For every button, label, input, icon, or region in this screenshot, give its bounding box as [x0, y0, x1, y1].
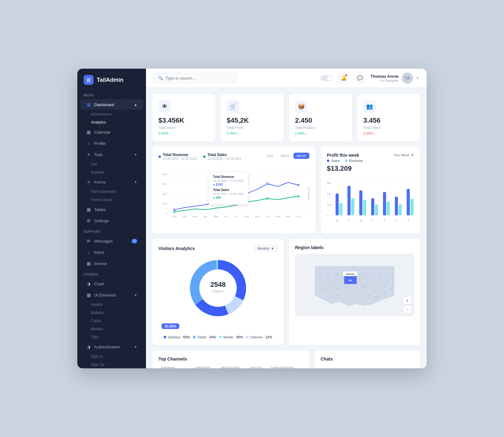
sidebar-item-settings[interactable]: ⚙ Settings: [80, 215, 143, 226]
stat-icon-product: 📦: [295, 100, 308, 113]
desktop-dot: [164, 336, 166, 338]
visitors-card: Visitors Analytics Monthly ▼: [152, 239, 284, 345]
us-map-svg: Nebraska NE WA MT ND OR ID MN WI: [295, 254, 414, 316]
header: 🔍 🔔 💬 Thomas Anree Ux Designer TA ▼: [146, 69, 427, 88]
sidebar-item-inbox[interactable]: ↓ Inbox: [80, 247, 143, 258]
sidebar-subitem-kanban[interactable]: Kanban: [77, 168, 146, 176]
monthly-filter[interactable]: Monthly ▼: [254, 245, 278, 252]
messages-icon: ✉: [86, 238, 91, 243]
sidebar-item-dashboard[interactable]: ▦ Dashboard ▲: [80, 99, 143, 110]
map-area: Nebraska NE WA MT ND OR ID MN WI: [295, 254, 414, 316]
desktop-value: 65%: [183, 335, 190, 339]
tooltip-sales-title: Total Sales: [213, 188, 244, 192]
sidebar-subitem-sign-in[interactable]: Sign In: [77, 352, 146, 361]
svg-text:100: 100: [162, 202, 167, 205]
sidebar-item-messages[interactable]: ✉ Messages 5: [80, 236, 143, 246]
sidebar-subitem-tabs[interactable]: Tabs: [77, 333, 146, 341]
content: 👁 $3.456K Total views 0.43% ↑ 🛒 $45,2K T…: [146, 88, 427, 368]
desktop-label: Desktop: [168, 335, 180, 339]
sidebar-item-authentication[interactable]: ◑ Authentication ▼: [80, 341, 143, 352]
svg-text:F: F: [384, 219, 385, 222]
svg-text:TX: TX: [346, 298, 348, 300]
sidebar-subitem-alearts[interactable]: Alearts: [77, 301, 146, 309]
sidebar-item-invoice[interactable]: ▦ Invoice: [80, 258, 143, 269]
profit-legend-revenue: Revenue: [345, 159, 363, 163]
vis-legend-unknow: Unknow 12%: [246, 335, 272, 339]
sidebar-subitem-form-layout[interactable]: Form Layout: [77, 196, 146, 204]
map-controls: + −: [404, 297, 411, 313]
svg-text:Jan: Jan: [172, 215, 177, 218]
svg-text:OR: OR: [321, 282, 324, 283]
sidebar-subitem-sign-up[interactable]: Sign Up: [77, 361, 146, 368]
profit-sales-dot: [327, 160, 329, 162]
sidebar-item-calendar[interactable]: ▦ Calendar: [80, 127, 143, 137]
profit-title: Profit this week: [327, 153, 359, 158]
sidebar-item-tables[interactable]: ▦ Tables: [80, 204, 143, 215]
revenue-chart-card: Total Revenue 12.04.2022 - 12.05.2022 To…: [152, 146, 316, 234]
main-area: 🔍 🔔 💬 Thomas Anree Ux Designer TA ▼: [146, 69, 427, 368]
user-info[interactable]: Thomas Anree Ux Designer TA ▼: [371, 72, 419, 84]
mobile-dot: [219, 336, 222, 338]
period-week-button[interactable]: Week: [278, 153, 293, 159]
sidebar-subitem-cards[interactable]: Cards: [77, 317, 146, 325]
sidebar-subitem-modals[interactable]: Modals: [77, 325, 146, 333]
col-visitors: VISITORS: [192, 366, 219, 368]
dashboard-icon: ▦: [86, 102, 91, 107]
support-label: SUPPORT: [77, 226, 146, 235]
svg-text:Nebraska: Nebraska: [346, 273, 355, 275]
sidebar-item-chart[interactable]: ◑ Chart: [80, 278, 143, 289]
sidebar-subitem-buttons[interactable]: Buttons: [77, 309, 146, 317]
logo-icon: |||: [84, 75, 94, 85]
chart-icon: ◑: [86, 281, 91, 286]
donut-chart: 2548 Visitors: [187, 257, 249, 319]
chart-legends: Total Revenue 12.04.2022 - 12.05.2022 To…: [158, 153, 241, 160]
theme-toggle[interactable]: [321, 75, 333, 81]
svg-text:Total Revenue: Total Revenue: [308, 186, 309, 201]
donut-badge: 20.93%: [162, 323, 179, 329]
svg-text:NY: NY: [386, 280, 388, 281]
svg-text:May: May: [213, 215, 218, 218]
legend-sales-label: Total Sales 12.04.2022 - 12.05.2022: [207, 153, 241, 160]
sidebar-item-profile[interactable]: ○ Profile: [80, 138, 143, 149]
search-box[interactable]: 🔍: [153, 73, 237, 83]
svg-text:400: 400: [162, 173, 167, 176]
logo-text: TailAdmin: [97, 77, 124, 83]
unknow-dot: [246, 336, 249, 338]
sidebar-item-label: Task: [94, 152, 103, 157]
sidebar-item-task[interactable]: ≡ Task ▼: [80, 149, 143, 160]
stat-change-profit: 4.35% ↑: [227, 131, 278, 135]
this-week-button[interactable]: This Week ▼: [393, 153, 414, 157]
search-input[interactable]: [166, 76, 232, 81]
sidebar-subitem-form-elements[interactable]: Form Elements: [77, 188, 146, 196]
sidebar-subitem-ecommerce[interactable]: eCommerce: [77, 110, 146, 118]
line-chart-wrap: Total Revenue 12.04.2022 - 12.05.2022 ● …: [158, 165, 309, 223]
sidebar-item-forms[interactable]: ≡ Forms ▼: [80, 177, 143, 187]
stat-value-product: 2.450: [295, 116, 346, 125]
sidebar-item-label: Forms: [94, 180, 106, 184]
sidebar-subitem-analytics[interactable]: Analytics: [77, 118, 146, 126]
svg-text:UT: UT: [331, 282, 332, 283]
app-shell: ||| TailAdmin MENU ▦ Dashboard ▲ eCommer…: [77, 69, 427, 368]
tooltip-val2: ● 250: [213, 196, 244, 199]
avatar: TA: [402, 72, 413, 84]
stat-label-views: Total views: [158, 126, 209, 130]
sidebar-subitem-list[interactable]: List: [77, 160, 146, 168]
inbox-icon: ↓: [86, 250, 91, 255]
chats-title: Chats: [321, 356, 414, 361]
sidebar-item-ui-elements[interactable]: ▦ UI Elements ▼: [80, 290, 143, 300]
svg-rect-53: [410, 199, 414, 215]
map-zoom-out-button[interactable]: −: [404, 306, 411, 313]
svg-text:200: 200: [327, 193, 331, 195]
svg-text:Aug: Aug: [245, 215, 249, 218]
svg-text:Oct: Oct: [265, 215, 269, 218]
profit-revenue-dot: [345, 160, 347, 162]
top-channels-card: Top Channels SOURCE VISITORS REVENUES SA…: [152, 350, 309, 368]
stat-icon-users: 👥: [363, 100, 376, 113]
period-day-button[interactable]: Day: [264, 153, 276, 159]
chat-button[interactable]: 💬: [354, 72, 366, 84]
map-zoom-in-button[interactable]: +: [404, 297, 411, 304]
donut-badge-wrap: 20.93%: [158, 323, 278, 333]
notifications-button[interactable]: 🔔: [338, 72, 349, 84]
svg-text:100: 100: [327, 204, 331, 206]
period-month-button[interactable]: Month: [293, 153, 309, 159]
